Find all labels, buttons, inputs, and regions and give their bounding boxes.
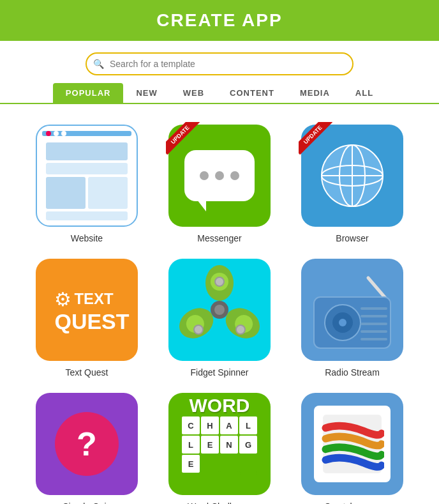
search-bar: 🔍 bbox=[0, 41, 439, 83]
list-item[interactable]: Fidget Spinner bbox=[168, 259, 271, 378]
header: CREATE APP bbox=[0, 0, 439, 41]
list-item[interactable]: Radio Stream bbox=[301, 259, 403, 378]
app-label: Scratch game bbox=[325, 501, 380, 504]
page-title: CREATE APP bbox=[10, 10, 429, 31]
wordchallenge-icon: WORD CHAL LENG E bbox=[168, 393, 271, 495]
app-label: Text Quest bbox=[66, 367, 108, 378]
app-label: Simple Quiz bbox=[63, 501, 110, 504]
search-icon: 🔍 bbox=[93, 59, 104, 69]
quiz-question-mark: ? bbox=[55, 412, 119, 476]
browser-icon bbox=[301, 125, 403, 227]
word-grid: CHAL LENG E bbox=[182, 416, 257, 492]
tab-popular[interactable]: POPULAR bbox=[53, 83, 124, 103]
messenger-icon bbox=[168, 125, 271, 227]
search-input[interactable] bbox=[86, 52, 353, 75]
app-label: Messenger bbox=[197, 233, 241, 243]
tab-content[interactable]: CONTENT bbox=[217, 83, 287, 103]
scratch-inner bbox=[314, 406, 391, 482]
update-badge bbox=[166, 122, 204, 160]
svg-point-21 bbox=[339, 319, 346, 326]
app-label: Website bbox=[71, 233, 103, 243]
scratch-icon bbox=[301, 393, 403, 495]
list-item[interactable]: Messenger bbox=[168, 125, 271, 243]
spinner-svg bbox=[168, 259, 271, 361]
app-label: Browser bbox=[336, 233, 368, 243]
fidget-icon bbox=[168, 259, 271, 361]
app-label: Radio Stream bbox=[325, 367, 380, 378]
tab-new[interactable]: NEW bbox=[123, 83, 170, 103]
tabs-container: POPULAR NEW WEB CONTENT MEDIA ALL bbox=[0, 83, 439, 104]
list-item[interactable]: Browser bbox=[301, 125, 403, 243]
radio-svg bbox=[301, 259, 403, 361]
svg-point-6 bbox=[214, 305, 225, 315]
svg-point-12 bbox=[236, 325, 245, 334]
search-wrapper: 🔍 bbox=[86, 52, 353, 75]
svg-point-9 bbox=[215, 277, 224, 286]
tab-web[interactable]: WEB bbox=[170, 83, 217, 103]
list-item[interactable]: ⚙ TEXT QUEST Text Quest bbox=[36, 259, 138, 378]
app-grid: Website Messenger bbox=[0, 114, 439, 504]
tab-media[interactable]: MEDIA bbox=[287, 83, 343, 103]
svg-point-15 bbox=[194, 325, 203, 334]
website-icon bbox=[36, 125, 138, 227]
app-label: Fidget Spinner bbox=[190, 367, 248, 378]
list-item[interactable]: Scratch game bbox=[301, 393, 403, 504]
textquest-icon: ⚙ TEXT QUEST bbox=[36, 259, 138, 361]
update-badge bbox=[299, 122, 337, 160]
list-item[interactable]: WORD CHAL LENG E Word Challenge bbox=[168, 393, 271, 504]
quiz-icon: ? bbox=[36, 393, 138, 495]
list-item[interactable]: Website bbox=[36, 125, 138, 243]
scratch-svg bbox=[320, 412, 384, 476]
list-item[interactable]: ? Simple Quiz bbox=[36, 393, 138, 504]
app-label: Word Challenge bbox=[188, 501, 251, 504]
radio-icon bbox=[301, 259, 403, 361]
tab-all[interactable]: ALL bbox=[343, 83, 386, 103]
